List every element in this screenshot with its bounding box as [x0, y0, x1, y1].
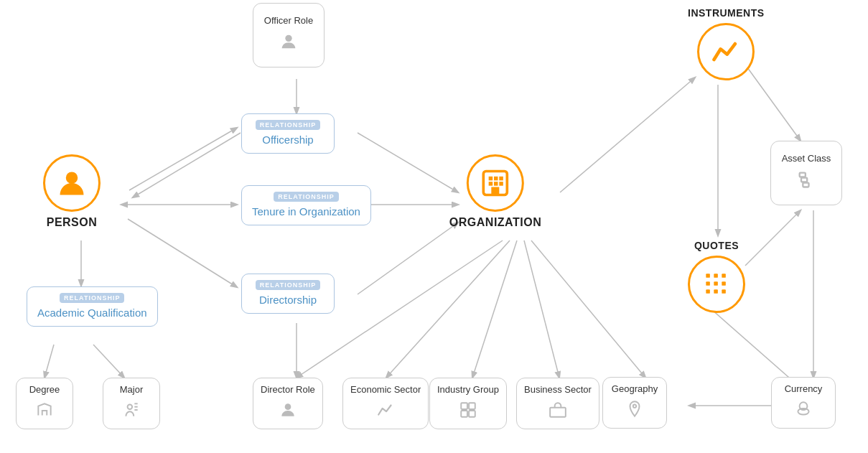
industry-group-icon [459, 401, 477, 423]
svg-line-1 [133, 133, 241, 197]
rel-academic-tag: RELATIONSHIP [60, 293, 124, 303]
officer-role-node: Officer Role [253, 3, 325, 67]
svg-rect-38 [714, 274, 718, 278]
officer-role-box: Officer Role [253, 3, 325, 67]
organization-label: ORGANIZATION [449, 216, 541, 229]
rel-directorship-label: Directorship [259, 293, 317, 307]
svg-line-10 [93, 345, 124, 378]
director-role-icon [279, 401, 297, 423]
svg-point-56 [633, 404, 636, 407]
svg-line-19 [745, 210, 801, 266]
quotes-node: QUOTES [688, 235, 745, 313]
rel-academic-label: Academic Qualification [37, 306, 147, 320]
svg-rect-44 [714, 289, 718, 294]
industry-group-label: Industry Group [437, 384, 499, 396]
rel-directorship-box: RELATIONSHIP Directorship [241, 274, 335, 314]
svg-rect-43 [706, 289, 710, 294]
business-sector-box: Business Sector [516, 378, 599, 429]
business-sector-node: Business Sector [516, 378, 599, 429]
currency-label: Currency [785, 383, 823, 396]
major-icon [122, 401, 141, 423]
svg-rect-31 [494, 182, 498, 186]
geography-label: Geography [612, 383, 658, 396]
svg-line-12 [386, 240, 510, 378]
svg-line-7 [358, 133, 458, 192]
svg-rect-35 [801, 178, 807, 182]
business-sector-label: Business Sector [524, 384, 592, 396]
svg-rect-40 [706, 281, 710, 286]
asset-class-box: Asset Class [770, 141, 842, 205]
asset-class-node: Asset Class [770, 141, 842, 205]
rel-directorship-node: RELATIONSHIP Directorship [241, 274, 335, 314]
svg-line-2 [129, 128, 237, 190]
rel-officership-tag: RELATIONSHIP [256, 120, 320, 130]
officer-role-label: Officer Role [264, 15, 313, 27]
svg-rect-37 [706, 274, 710, 278]
svg-rect-52 [469, 403, 475, 409]
rel-academic-box: RELATIONSHIP Academic Qualification [27, 286, 158, 327]
currency-box: Currency [771, 377, 836, 429]
major-label: Major [120, 384, 144, 396]
svg-rect-51 [461, 403, 467, 409]
person-circle [43, 154, 101, 212]
svg-rect-53 [461, 411, 467, 417]
svg-line-15 [531, 240, 645, 378]
rel-tenure-label: Tenure in Organization [252, 205, 360, 219]
economic-sector-box: Economic Sector [342, 378, 429, 429]
economic-sector-icon [376, 401, 395, 423]
organization-node: ORGANIZATION [449, 154, 541, 229]
quotes-circle [688, 256, 745, 313]
degree-box: Degree [16, 378, 73, 429]
director-role-box: Director Role [253, 378, 323, 429]
currency-node: Currency [771, 377, 836, 429]
geography-icon [625, 400, 644, 422]
director-role-node: Director Role [253, 378, 323, 429]
svg-rect-36 [803, 183, 808, 187]
svg-point-25 [66, 172, 78, 184]
svg-line-5 [128, 219, 237, 287]
svg-line-9 [45, 345, 54, 378]
rel-tenure-tag: RELATIONSHIP [274, 192, 338, 202]
svg-rect-54 [469, 411, 475, 417]
svg-rect-34 [800, 173, 806, 177]
rel-directorship-tag: RELATIONSHIP [256, 280, 320, 290]
instruments-node: INSTRUMENTS [688, 3, 765, 80]
economic-sector-node: Economic Sector [342, 378, 429, 429]
industry-group-node: Industry Group [429, 378, 507, 429]
geography-node: Geography [602, 377, 667, 429]
rel-tenure-box: RELATIONSHIP Tenure in Organization [241, 185, 371, 225]
person-label: PERSON [47, 216, 98, 229]
rel-academic-node: RELATIONSHIP Academic Qualification [27, 286, 158, 327]
svg-rect-30 [489, 182, 493, 186]
rel-officership-node: RELATIONSHIP Officership [241, 113, 335, 154]
svg-rect-45 [722, 289, 726, 294]
svg-rect-27 [489, 177, 493, 181]
person-node: PERSON [43, 154, 101, 229]
svg-line-16 [560, 78, 695, 192]
degree-icon [35, 401, 54, 423]
svg-point-50 [285, 403, 291, 410]
svg-line-13 [472, 240, 517, 378]
rel-officership-label: Officership [262, 133, 313, 147]
svg-point-46 [128, 404, 133, 409]
rel-tenure-node: RELATIONSHIP Tenure in Organization [241, 185, 371, 225]
quotes-label: QUOTES [694, 240, 739, 251]
economic-sector-label: Economic Sector [350, 384, 421, 396]
currency-icon [794, 400, 813, 422]
svg-rect-55 [550, 408, 566, 417]
svg-rect-28 [494, 177, 498, 181]
asset-class-icon [796, 169, 816, 193]
major-box: Major [103, 378, 160, 429]
organization-circle [467, 154, 524, 212]
svg-rect-41 [714, 281, 718, 286]
director-role-label: Director Role [261, 384, 315, 396]
geography-box: Geography [602, 377, 667, 429]
officer-role-icon [279, 32, 299, 55]
svg-line-6 [358, 223, 458, 294]
svg-rect-42 [722, 281, 726, 286]
svg-rect-32 [499, 182, 503, 186]
industry-group-box: Industry Group [429, 378, 507, 429]
svg-line-14 [524, 240, 559, 378]
asset-class-label: Asset Class [782, 153, 831, 165]
degree-label: Degree [29, 384, 60, 396]
